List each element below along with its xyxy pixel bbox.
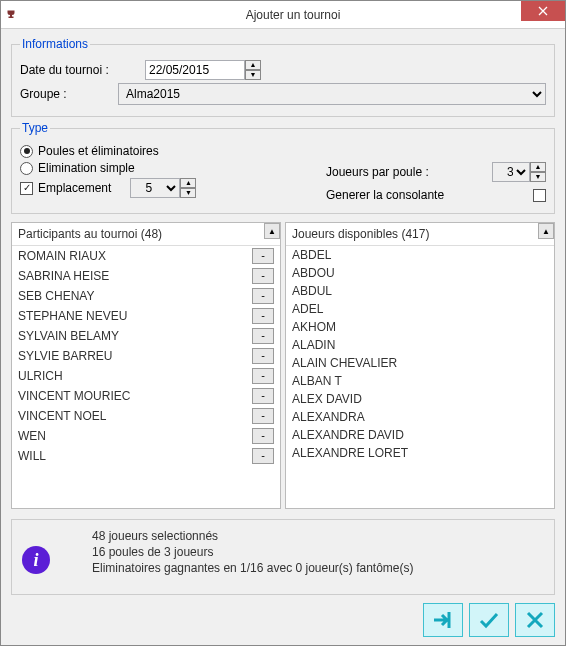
available-name: AKHOM (292, 320, 548, 334)
list-item[interactable]: WILL- (12, 446, 280, 466)
emplacement-label: Emplacement (38, 181, 111, 195)
available-name: ADEL (292, 302, 548, 316)
content-area: Informations Date du tournoi : ▲ ▼ Group… (1, 29, 565, 645)
radio-icon (20, 162, 33, 175)
list-item[interactable]: ABDUL (286, 282, 554, 300)
window-title: Ajouter un tournoi (21, 8, 565, 22)
check-icon (533, 189, 546, 202)
available-name: ABDUL (292, 284, 548, 298)
list-item[interactable]: ADEL (286, 300, 554, 318)
date-spin-up[interactable]: ▲ (245, 60, 261, 70)
ppp-spin-up[interactable]: ▲ (530, 162, 546, 172)
remove-button[interactable]: - (252, 428, 274, 444)
generate-consolation-label: Generer la consolante (326, 188, 528, 202)
info-line1: 48 joueurs selectionnés (92, 528, 544, 544)
available-panel: ▲ Joueurs disponibles (417) ABDELABDOUAB… (285, 222, 555, 509)
date-spin-down[interactable]: ▼ (245, 70, 261, 80)
dialog-window: Ajouter un tournoi Informations Date du … (0, 0, 566, 646)
available-name: ALBAN T (292, 374, 548, 388)
close-button[interactable] (521, 1, 565, 21)
radio-single[interactable]: Elimination simple (20, 161, 326, 175)
participants-header: Participants au tournoi (48) (12, 223, 280, 246)
remove-button[interactable]: - (252, 408, 274, 424)
list-item[interactable]: SYLVAIN BELAMY- (12, 326, 280, 346)
list-item[interactable]: ALAIN CHEVALIER (286, 354, 554, 372)
participant-name: SEB CHENAY (18, 289, 248, 303)
group-select[interactable]: Alma2015 (118, 83, 546, 105)
list-item[interactable]: ABDOU (286, 264, 554, 282)
list-item[interactable]: SEB CHENAY- (12, 286, 280, 306)
available-name: ALEX DAVID (292, 392, 548, 406)
list-item[interactable]: ALEXANDRA (286, 408, 554, 426)
remove-button[interactable]: - (252, 388, 274, 404)
participant-name: VINCENT MOURIEC (18, 389, 248, 403)
list-item[interactable]: ROMAIN RIAUX- (12, 246, 280, 266)
participants-list[interactable]: ROMAIN RIAUX-SABRINA HEISE-SEB CHENAY-ST… (12, 246, 280, 508)
list-item[interactable]: VINCENT NOEL- (12, 406, 280, 426)
remove-button[interactable]: - (252, 348, 274, 364)
emplacement-value[interactable]: 5 (130, 178, 180, 198)
list-item[interactable]: SYLVIE BARREU- (12, 346, 280, 366)
emplacement-check[interactable]: Emplacement 5 ▲ ▼ (20, 178, 326, 198)
radio-pools[interactable]: Poules et éliminatoires (20, 144, 326, 158)
remove-button[interactable]: - (252, 288, 274, 304)
list-item[interactable]: ULRICH- (12, 366, 280, 386)
available-name: ALEXANDRE LORET (292, 446, 548, 460)
list-item[interactable]: ALADIN (286, 336, 554, 354)
split-panels: ▲ Participants au tournoi (48) ROMAIN RI… (11, 222, 555, 509)
participant-name: STEPHANE NEVEU (18, 309, 248, 323)
cancel-button[interactable] (515, 603, 555, 637)
list-item[interactable]: VINCENT MOURIEC- (12, 386, 280, 406)
button-bar (11, 599, 555, 637)
list-item[interactable]: ABDEL (286, 246, 554, 264)
type-group: Type Poules et éliminatoires Elimination… (11, 121, 555, 214)
titlebar: Ajouter un tournoi (1, 1, 565, 29)
participant-name: WEN (18, 429, 248, 443)
remove-button[interactable]: - (252, 268, 274, 284)
participant-name: ROMAIN RIAUX (18, 249, 248, 263)
available-list[interactable]: ABDELABDOUABDULADELAKHOMALADINALAIN CHEV… (286, 246, 554, 508)
emplacement-spin-up[interactable]: ▲ (180, 178, 196, 188)
ok-button[interactable] (469, 603, 509, 637)
check-icon (20, 182, 33, 195)
available-name: ABDEL (292, 248, 548, 262)
players-per-pool-label: Joueurs par poule : (326, 165, 488, 179)
list-item[interactable]: ALEXANDRE DAVID (286, 426, 554, 444)
remove-button[interactable]: - (252, 368, 274, 384)
participant-name: SYLVIE BARREU (18, 349, 248, 363)
available-name: ABDOU (292, 266, 548, 280)
list-item[interactable]: ALEX DAVID (286, 390, 554, 408)
remove-button[interactable]: - (252, 308, 274, 324)
available-name: ALADIN (292, 338, 548, 352)
remove-button[interactable]: - (252, 248, 274, 264)
available-header: Joueurs disponibles (417) (286, 223, 554, 246)
participant-name: ULRICH (18, 369, 248, 383)
available-name: ALEXANDRE DAVID (292, 428, 548, 442)
info-line2: 16 poules de 3 joueurs (92, 544, 544, 560)
participant-name: VINCENT NOEL (18, 409, 248, 423)
group-label: Groupe : (20, 87, 118, 101)
list-item[interactable]: WEN- (12, 426, 280, 446)
import-button[interactable] (423, 603, 463, 637)
list-item[interactable]: STEPHANE NEVEU- (12, 306, 280, 326)
scroll-up-icon[interactable]: ▲ (538, 223, 554, 239)
scroll-up-icon[interactable]: ▲ (264, 223, 280, 239)
list-item[interactable]: ALBAN T (286, 372, 554, 390)
trophy-icon (1, 9, 21, 21)
info-box: i 48 joueurs selectionnés 16 poules de 3… (11, 519, 555, 595)
radio-pools-label: Poules et éliminatoires (38, 144, 159, 158)
date-input[interactable] (145, 60, 245, 80)
remove-button[interactable]: - (252, 328, 274, 344)
info-line3: Eliminatoires gagnantes en 1/16 avec 0 j… (92, 560, 544, 576)
generate-consolation-check[interactable]: Generer la consolante (326, 188, 546, 202)
ppp-spin-down[interactable]: ▼ (530, 172, 546, 182)
players-per-pool-value[interactable]: 3 (492, 162, 530, 182)
emplacement-spin-down[interactable]: ▼ (180, 188, 196, 198)
list-item[interactable]: AKHOM (286, 318, 554, 336)
remove-button[interactable]: - (252, 448, 274, 464)
list-item[interactable]: SABRINA HEISE- (12, 266, 280, 286)
participants-panel: ▲ Participants au tournoi (48) ROMAIN RI… (11, 222, 281, 509)
list-item[interactable]: ALEXANDRE LORET (286, 444, 554, 462)
date-label: Date du tournoi : (20, 63, 145, 77)
type-legend: Type (20, 121, 50, 135)
